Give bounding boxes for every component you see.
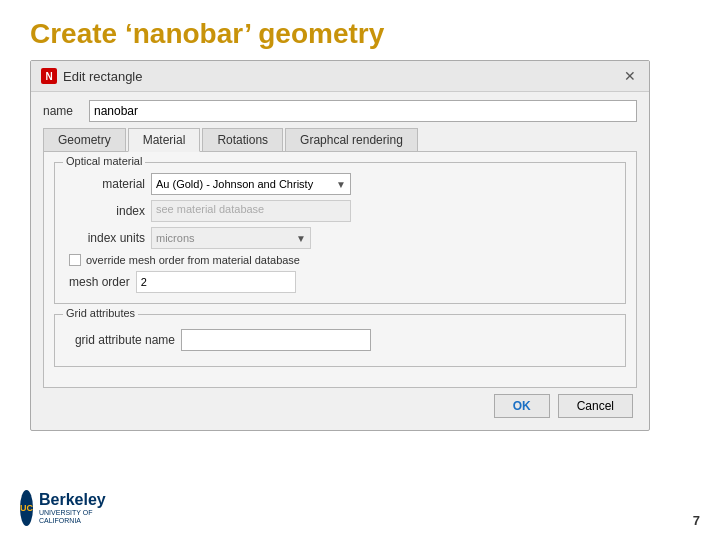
grid-section-label: Grid attributes xyxy=(63,307,138,319)
material-row: material Au (Gold) - Johnson and Christy… xyxy=(65,173,615,195)
buttons-row: OK Cancel xyxy=(43,388,637,420)
dialog-title-text: Edit rectangle xyxy=(63,69,143,84)
index-field: see material database xyxy=(151,200,351,222)
grid-attr-row: grid attribute name xyxy=(65,329,615,351)
page-title: Create ‘nanobar’ geometry xyxy=(0,0,720,60)
grid-attr-label: grid attribute name xyxy=(65,333,175,347)
override-row: override mesh order from material databa… xyxy=(69,254,615,266)
dialog-body: name Geometry Material Rotations Graphca… xyxy=(31,92,649,430)
berkeley-name: Berkeley xyxy=(39,491,106,509)
tab-material[interactable]: Material xyxy=(128,128,201,152)
dialog-wrapper: N Edit rectangle ✕ name Geometry Materia… xyxy=(0,60,720,431)
mesh-order-input[interactable] xyxy=(136,271,296,293)
tabs-row: Geometry Material Rotations Graphcal ren… xyxy=(43,128,637,152)
material-label: material xyxy=(65,177,145,191)
dialog-title-left: N Edit rectangle xyxy=(41,68,143,84)
name-row: name xyxy=(43,100,637,122)
grid-attributes-section: Grid attributes grid attribute name xyxy=(54,314,626,367)
index-control: see material database xyxy=(151,200,615,222)
index-units-label: index units xyxy=(65,231,145,245)
tab-graphical[interactable]: Graphcal rendering xyxy=(285,128,418,151)
ok-button[interactable]: OK xyxy=(494,394,550,418)
override-label: override mesh order from material databa… xyxy=(86,254,300,266)
app-icon: N xyxy=(41,68,57,84)
index-label: index xyxy=(65,204,145,218)
index-units-row: index units microns ▼ xyxy=(65,227,615,249)
name-label: name xyxy=(43,104,83,118)
grid-attr-input[interactable] xyxy=(181,329,371,351)
material-select-value: Au (Gold) - Johnson and Christy xyxy=(156,178,313,190)
tab-geometry[interactable]: Geometry xyxy=(43,128,126,151)
cancel-button[interactable]: Cancel xyxy=(558,394,633,418)
mesh-order-row: mesh order xyxy=(69,271,615,293)
seal-circle: UC xyxy=(20,490,33,526)
index-units-arrow: ▼ xyxy=(296,233,306,244)
mesh-order-label: mesh order xyxy=(69,275,130,289)
close-button[interactable]: ✕ xyxy=(621,67,639,85)
berkeley-text-block: Berkeley UNIVERSITY OF CALIFORNIA xyxy=(39,491,106,526)
index-placeholder: see material database xyxy=(156,203,264,215)
material-control: Au (Gold) - Johnson and Christy ▼ xyxy=(151,173,615,195)
grid-attr-control xyxy=(181,329,615,351)
tab-rotations[interactable]: Rotations xyxy=(202,128,283,151)
material-select[interactable]: Au (Gold) - Johnson and Christy ▼ xyxy=(151,173,351,195)
berkeley-logo: UC Berkeley UNIVERSITY OF CALIFORNIA xyxy=(20,488,80,528)
index-units-control: microns ▼ xyxy=(151,227,615,249)
override-checkbox[interactable] xyxy=(69,254,81,266)
footer: UC Berkeley UNIVERSITY OF CALIFORNIA 7 xyxy=(20,488,700,528)
seal-text: UC xyxy=(20,503,33,513)
tab-content: Optical material material Au (Gold) - Jo… xyxy=(43,152,637,388)
berkeley-sub: UNIVERSITY OF CALIFORNIA xyxy=(39,509,106,526)
index-units-value: microns xyxy=(156,232,195,244)
optical-section-label: Optical material xyxy=(63,155,145,167)
optical-material-section: Optical material material Au (Gold) - Jo… xyxy=(54,162,626,304)
page-number: 7 xyxy=(693,513,700,528)
dialog: N Edit rectangle ✕ name Geometry Materia… xyxy=(30,60,650,431)
dialog-titlebar: N Edit rectangle ✕ xyxy=(31,61,649,92)
name-input[interactable] xyxy=(89,100,637,122)
index-row: index see material database xyxy=(65,200,615,222)
material-select-arrow: ▼ xyxy=(336,179,346,190)
index-units-select: microns ▼ xyxy=(151,227,311,249)
